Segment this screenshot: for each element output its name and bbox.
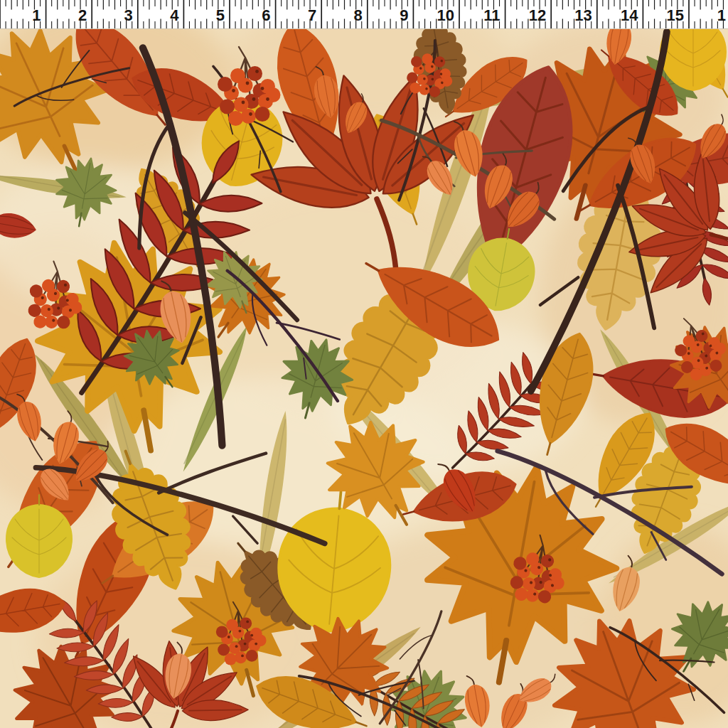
ruler: 1234567891011121314151 [0, 0, 728, 29]
ruler-number-edge: 1 [717, 6, 726, 24]
fabric-print [0, 0, 728, 728]
fabric-swatch-photo: 1234567891011121314151 [0, 0, 728, 728]
ruler-number: 7 [308, 6, 316, 24]
ruler-number: 6 [262, 6, 270, 24]
ruler-number: 1 [32, 6, 41, 24]
ruler-number: 10 [437, 6, 454, 24]
ruler-number: 3 [124, 6, 133, 24]
ruler-number: 9 [400, 6, 408, 24]
ruler-number: 5 [216, 6, 225, 24]
ruler-number: 8 [354, 6, 363, 24]
ruler-number: 2 [78, 6, 87, 24]
ruler-number: 4 [170, 6, 179, 24]
ruler-number: 13 [574, 6, 592, 24]
ruler-number: 15 [667, 6, 684, 24]
ruler-number: 11 [483, 6, 500, 24]
ruler-scale: 1234567891011121314151 [0, 0, 728, 28]
ruler-number: 14 [621, 6, 638, 24]
ruler-number: 12 [529, 6, 546, 24]
